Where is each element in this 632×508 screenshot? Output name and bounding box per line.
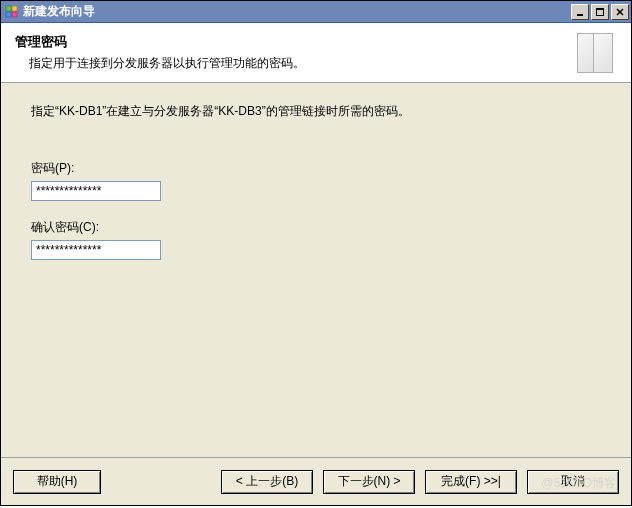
password-fields: 密码(P): 确认密码(C): (31, 160, 601, 278)
password-input[interactable] (31, 181, 161, 201)
svg-rect-0 (6, 6, 11, 11)
cancel-button[interactable]: 取消 (527, 470, 619, 494)
instruction-text: 指定“KK-DB1”在建立与分发服务器“KK-DB3”的管理链接时所需的密码。 (31, 103, 601, 120)
wizard-window: 新建发布向导 管理密码 指定用于连接到分发服务器以执行管理功能的密码。 指定“K… (0, 0, 632, 506)
page-title: 管理密码 (15, 33, 569, 51)
app-icon (5, 5, 19, 19)
header-panel: 管理密码 指定用于连接到分发服务器以执行管理功能的密码。 (1, 23, 631, 83)
next-button[interactable]: 下一步(N) > (323, 470, 415, 494)
password-label: 密码(P): (31, 160, 601, 177)
content-area: 指定“KK-DB1”在建立与分发服务器“KK-DB3”的管理链接时所需的密码。 … (1, 83, 631, 457)
svg-rect-1 (12, 6, 17, 11)
window-title: 新建发布向导 (23, 3, 569, 20)
window-controls (569, 4, 629, 20)
svg-rect-6 (596, 8, 604, 10)
finish-button[interactable]: 完成(F) >>| (425, 470, 517, 494)
minimize-button[interactable] (571, 4, 589, 20)
maximize-button[interactable] (591, 4, 609, 20)
close-button[interactable] (611, 4, 629, 20)
confirm-password-input[interactable] (31, 240, 161, 260)
svg-rect-3 (12, 12, 17, 17)
header-graphic-icon (569, 31, 617, 75)
titlebar: 新建发布向导 (1, 1, 631, 23)
help-button[interactable]: 帮助(H) (13, 470, 101, 494)
header-text: 管理密码 指定用于连接到分发服务器以执行管理功能的密码。 (15, 33, 569, 72)
svg-rect-4 (577, 14, 583, 16)
back-button[interactable]: < 上一步(B) (221, 470, 313, 494)
confirm-password-label: 确认密码(C): (31, 219, 601, 236)
button-bar: 帮助(H) < 上一步(B) 下一步(N) > 完成(F) >>| 取消 (1, 457, 631, 505)
page-subtitle: 指定用于连接到分发服务器以执行管理功能的密码。 (29, 55, 569, 72)
svg-rect-2 (6, 12, 11, 17)
